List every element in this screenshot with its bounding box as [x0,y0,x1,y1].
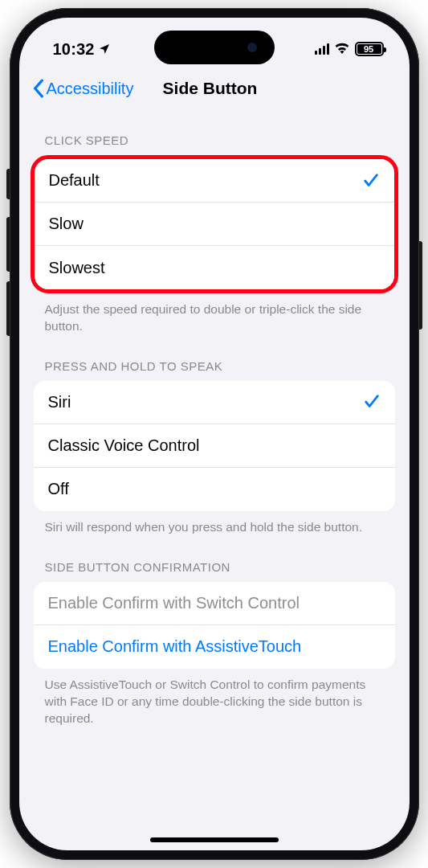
section-header-press-hold: PRESS AND HOLD TO SPEAK [34,335,395,381]
section-header-click-speed: CLICK SPEED [34,109,395,155]
screen: 10:32 95 Accessibi [19,18,410,850]
back-label: Accessibility [47,80,134,98]
physical-mute-switch [6,169,10,199]
option-slow[interactable]: Slow [35,203,394,246]
annotation-highlight: Default Slow Slowest [31,155,398,293]
option-classic-voice-control[interactable]: Classic Voice Control [34,424,395,468]
enable-switch-control-button: Enable Confirm with Switch Control [34,582,395,625]
section-header-confirmation: SIDE BUTTON CONFIRMATION [34,536,395,582]
physical-volume-up [6,217,10,272]
confirmation-group: Enable Confirm with Switch Control Enabl… [34,582,395,669]
physical-side-button [419,241,422,330]
option-siri[interactable]: Siri [34,381,395,424]
status-time: 10:32 [53,40,95,59]
section-footer-click-speed: Adjust the speed required to double or t… [34,293,395,335]
dynamic-island [154,31,275,64]
home-indicator[interactable] [150,837,279,842]
enable-assistivetouch-button[interactable]: Enable Confirm with AssistiveTouch [34,625,395,669]
navigation-bar: Accessibility Side Button [19,68,410,109]
option-label: Classic Voice Control [48,436,200,455]
section-footer-confirmation: Use AssistiveTouch or Switch Control to … [34,669,395,727]
option-label: Default [49,171,100,190]
section-footer-press-hold: Siri will respond when you press and hol… [34,511,395,536]
wifi-icon [334,42,350,57]
battery-indicator: 95 [355,42,384,56]
press-hold-group: Siri Classic Voice Control Off [34,381,395,511]
option-label: Off [48,480,69,498]
option-slowest[interactable]: Slowest [35,246,394,289]
option-label: Siri [48,393,71,411]
physical-volume-down [6,281,10,336]
option-label: Slow [49,215,84,233]
option-label: Slowest [49,259,105,277]
phone-frame: 10:32 95 Accessibi [10,8,419,860]
location-services-icon [98,40,111,59]
option-off[interactable]: Off [34,468,395,511]
click-speed-group: Default Slow Slowest [35,159,394,289]
back-button[interactable]: Accessibility [32,79,134,98]
checkmark-icon [363,393,381,411]
button-label: Enable Confirm with AssistiveTouch [48,637,302,656]
button-label: Enable Confirm with Switch Control [48,594,300,612]
battery-level: 95 [357,44,381,54]
option-default[interactable]: Default [35,159,394,203]
chevron-left-icon [32,79,45,98]
cellular-signal-icon [315,43,329,55]
checkmark-icon [362,172,380,190]
